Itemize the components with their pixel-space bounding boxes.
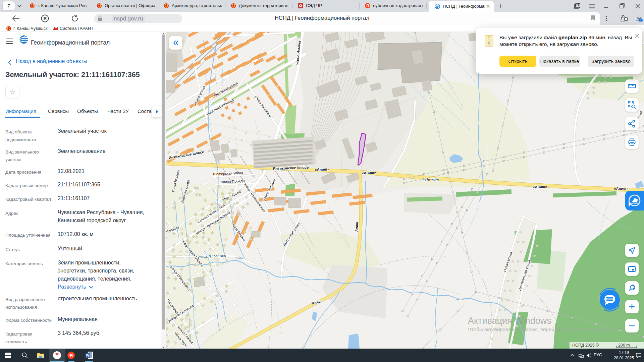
- svg-text:Чтобы активировать Windows, пе: Чтобы активировать Windows, перейдите в …: [468, 326, 620, 332]
- svg-text:Я: Я: [69, 353, 73, 358]
- svg-text:Я: Я: [366, 4, 369, 8]
- svg-text:Аниш: Аниш: [354, 222, 359, 232]
- svg-text:Активация Windows: Активация Windows: [468, 316, 551, 326]
- svg-text:W: W: [86, 354, 89, 357]
- svg-text:«Аниш»: «Аниш»: [614, 186, 628, 190]
- svg-text:«Аниш»: «Аниш»: [362, 170, 376, 175]
- svg-text:1: 1: [640, 19, 642, 22]
- svg-text:«Аниш»: «Аниш»: [315, 167, 329, 171]
- svg-text:«Аниш»: «Аниш»: [533, 184, 547, 189]
- svg-text:Аниш: Аниш: [455, 297, 464, 301]
